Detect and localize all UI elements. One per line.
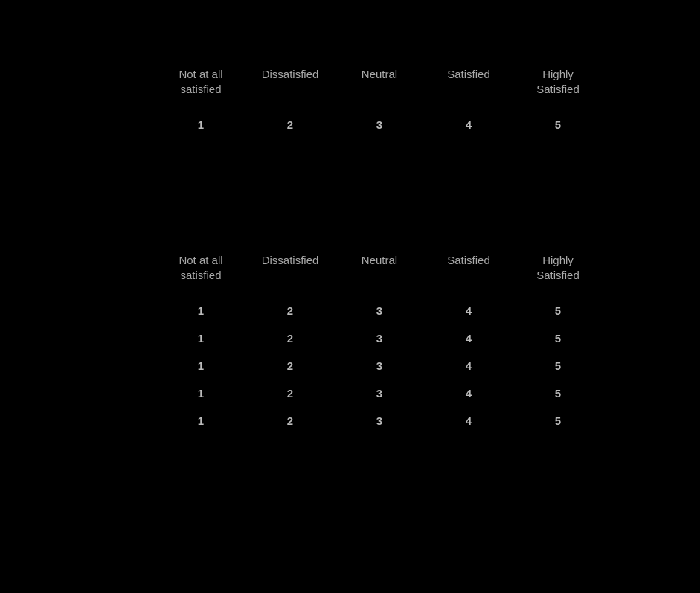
cell-2-1-5[interactable]: 5 [513,297,603,324]
cell-1-1-3[interactable]: 3 [335,111,424,138]
col-header-2-4: Satisfied [424,253,513,297]
col-header-1-2: Dissatisfied [245,67,335,111]
cell-2-1-1[interactable]: 1 [156,297,245,324]
cell-2-3-5[interactable]: 5 [513,352,603,379]
col-header-1-5: Highly Satisfied [513,67,603,111]
cell-2-4-4[interactable]: 4 [424,379,513,407]
cell-2-5-1[interactable]: 1 [156,407,245,435]
col-header-1-1: Not at all satisfied [156,67,245,111]
rating-grid-2: Not at all satisfied Dissatisfied Neutra… [156,253,700,435]
cell-2-4-5[interactable]: 5 [513,379,603,407]
col-header-2-3: Neutral [335,253,424,297]
col-header-2-2: Dissatisfied [245,253,335,297]
cell-2-5-3[interactable]: 3 [335,407,424,435]
cell-2-2-2[interactable]: 2 [245,324,335,352]
cell-2-1-2[interactable]: 2 [245,297,335,324]
cell-2-2-4[interactable]: 4 [424,324,513,352]
rating-section-2: Not at all satisfied Dissatisfied Neutra… [156,253,700,435]
cell-2-2-3[interactable]: 3 [335,324,424,352]
rating-section-1: Not at all satisfied Dissatisfied Neutra… [156,67,700,138]
cell-2-4-2[interactable]: 2 [245,379,335,407]
cell-2-1-4[interactable]: 4 [424,297,513,324]
cell-2-5-5[interactable]: 5 [513,407,603,435]
cell-2-3-1[interactable]: 1 [156,352,245,379]
col-header-1-4: Satisfied [424,67,513,111]
cell-2-2-5[interactable]: 5 [513,324,603,352]
cell-1-1-4[interactable]: 4 [424,111,513,138]
col-header-1-3: Neutral [335,67,424,111]
cell-2-1-3[interactable]: 3 [335,297,424,324]
cell-1-1-5[interactable]: 5 [513,111,603,138]
rating-grid-1: Not at all satisfied Dissatisfied Neutra… [156,67,700,138]
cell-1-1-2[interactable]: 2 [245,111,335,138]
cell-2-4-3[interactable]: 3 [335,379,424,407]
col-header-2-1: Not at all satisfied [156,253,245,297]
cell-1-1-1[interactable]: 1 [156,111,245,138]
col-header-2-5: Highly Satisfied [513,253,603,297]
cell-2-3-4[interactable]: 4 [424,352,513,379]
cell-2-2-1[interactable]: 1 [156,324,245,352]
cell-2-5-2[interactable]: 2 [245,407,335,435]
cell-2-3-3[interactable]: 3 [335,352,424,379]
cell-2-3-2[interactable]: 2 [245,352,335,379]
cell-2-4-1[interactable]: 1 [156,379,245,407]
cell-2-5-4[interactable]: 4 [424,407,513,435]
